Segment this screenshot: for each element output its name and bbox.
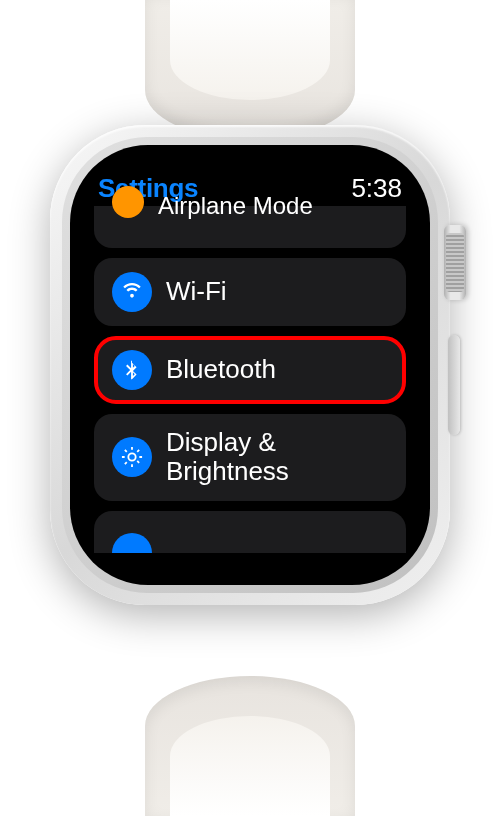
settings-list[interactable]: Airplane Mode Wi-Fi Bluetooth bbox=[94, 210, 406, 553]
watch-screen: Settings 5:38 Airplane Mode Wi-Fi bbox=[70, 145, 430, 585]
side-button[interactable] bbox=[448, 335, 460, 435]
bluetooth-icon bbox=[112, 350, 152, 390]
wifi-icon bbox=[112, 272, 152, 312]
watch-case: Settings 5:38 Airplane Mode Wi-Fi bbox=[50, 125, 450, 605]
settings-item-label: Bluetooth bbox=[166, 355, 276, 385]
settings-item-label: Display & Brightness bbox=[166, 428, 388, 488]
digital-crown[interactable] bbox=[444, 225, 466, 300]
brightness-icon bbox=[112, 437, 152, 477]
unknown-icon bbox=[112, 533, 152, 553]
watch-band-top bbox=[145, 0, 355, 140]
settings-item-next[interactable] bbox=[94, 511, 406, 553]
watch-case-inner: Settings 5:38 Airplane Mode Wi-Fi bbox=[62, 137, 438, 593]
airplane-icon bbox=[112, 186, 144, 218]
settings-item-display[interactable]: Display & Brightness bbox=[94, 414, 406, 502]
settings-item-airplane[interactable]: Airplane Mode bbox=[94, 206, 406, 248]
settings-item-label: Wi-Fi bbox=[166, 277, 227, 307]
clock-time: 5:38 bbox=[351, 173, 402, 204]
settings-item-label: Airplane Mode bbox=[158, 192, 313, 220]
settings-item-bluetooth[interactable]: Bluetooth bbox=[94, 336, 406, 404]
settings-item-wifi[interactable]: Wi-Fi bbox=[94, 258, 406, 326]
watch-band-bottom bbox=[145, 676, 355, 816]
